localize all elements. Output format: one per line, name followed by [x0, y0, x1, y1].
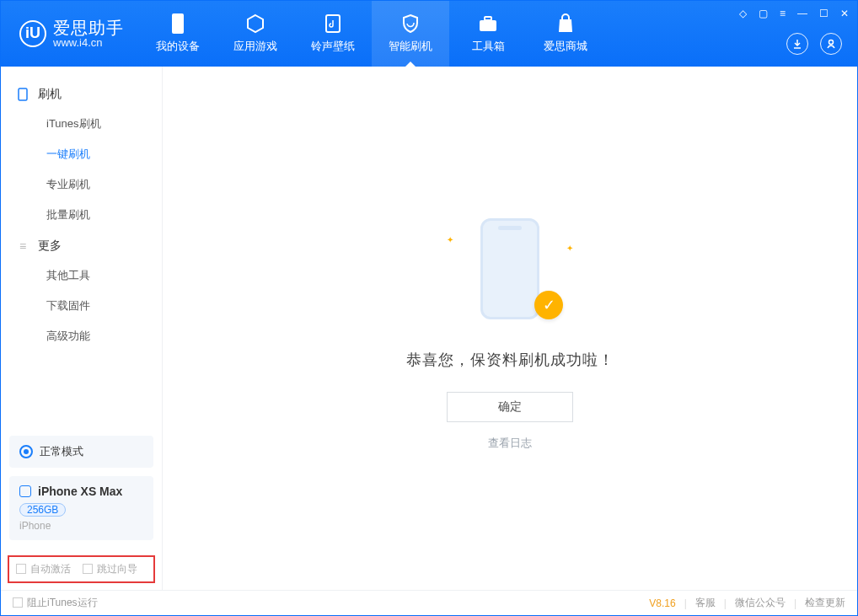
sidebar-item-download-firmware[interactable]: 下载固件	[1, 291, 162, 321]
nav-apps-games[interactable]: 应用游戏	[217, 1, 294, 67]
nav-label: 铃声壁纸	[311, 39, 355, 54]
nav-label: 应用游戏	[233, 39, 277, 54]
device-icon	[168, 13, 188, 34]
svg-rect-5	[19, 88, 27, 100]
ok-button[interactable]: 确定	[447, 392, 573, 422]
header-right-actions	[786, 33, 842, 55]
checkbox-block-itunes[interactable]: 阻止iTunes运行	[13, 596, 98, 610]
nav-my-device[interactable]: 我的设备	[139, 1, 217, 67]
success-message: 恭喜您，保资料刷机成功啦！	[406, 350, 614, 370]
phone-icon	[16, 88, 29, 101]
svg-rect-2	[480, 20, 496, 31]
nav-label: 我的设备	[156, 39, 200, 54]
nav-label: 爱思商城	[544, 39, 587, 54]
sidebar-item-advanced[interactable]: 高级功能	[1, 321, 162, 351]
flash-options-highlight: 自动激活 跳过向导	[8, 555, 155, 583]
success-illustration: ✦ ✦ ✦ ✓	[447, 218, 573, 328]
device-mode-card[interactable]: 正常模式	[9, 436, 153, 468]
minimize-button[interactable]: —	[797, 8, 807, 19]
nav-toolbox[interactable]: 工具箱	[449, 1, 527, 67]
download-button[interactable]	[786, 33, 808, 55]
menu-icon[interactable]: ≡	[780, 8, 786, 19]
app-body: 刷机 iTunes刷机 一键刷机 专业刷机 批量刷机 ≡ 更多 其他工具 下载固…	[1, 67, 857, 590]
version-label: V8.16	[649, 597, 675, 609]
checkbox-auto-activate[interactable]: 自动激活	[16, 562, 71, 576]
phone-illustration	[480, 218, 539, 319]
skin-icon[interactable]: ◇	[739, 8, 747, 19]
footer-link-update[interactable]: 检查更新	[805, 596, 845, 610]
nav-smart-flash[interactable]: 智能刷机	[372, 1, 449, 67]
success-check-icon: ✓	[534, 291, 563, 319]
view-log-link[interactable]: 查看日志	[488, 436, 532, 451]
status-bar: 阻止iTunes运行 V8.16 | 客服 | 微信公众号 | 检查更新	[1, 590, 857, 615]
sidebar-item-itunes-flash[interactable]: iTunes刷机	[1, 109, 162, 139]
device-type: iPhone	[19, 520, 143, 532]
nav-store[interactable]: 爱思商城	[527, 1, 604, 67]
sidebar-group-more: ≡ 更多	[1, 230, 162, 260]
device-name: iPhone XS Max	[38, 485, 122, 498]
device-info-card[interactable]: iPhone XS Max 256GB iPhone	[9, 476, 153, 540]
bag-icon	[555, 13, 576, 34]
checkbox-skip-guide[interactable]: 跳过向导	[83, 562, 137, 576]
device-icon	[19, 485, 31, 497]
list-icon: ≡	[16, 239, 29, 253]
top-nav: 我的设备 应用游戏 铃声壁纸 智能刷机 工具箱 爱思商城	[139, 1, 604, 67]
footer-link-service[interactable]: 客服	[695, 596, 716, 610]
device-capacity: 256GB	[19, 503, 66, 517]
sparkle-icon: ✦	[447, 235, 453, 244]
window-controls: ◇ ▢ ≡ — ☐ ✕	[739, 8, 849, 19]
footer-link-wechat[interactable]: 微信公众号	[735, 596, 786, 610]
device-mode: 正常模式	[40, 444, 83, 459]
svg-point-4	[829, 40, 834, 45]
svg-rect-3	[485, 17, 491, 20]
feedback-icon[interactable]: ▢	[759, 8, 768, 19]
sidebar-item-pro-flash[interactable]: 专业刷机	[1, 169, 162, 200]
nav-label: 工具箱	[472, 39, 505, 54]
sparkle-icon: ✦	[566, 244, 573, 253]
sidebar-group-flash: 刷机	[1, 78, 162, 109]
app-logo: iU 爱思助手 www.i4.cn	[1, 19, 139, 49]
close-button[interactable]: ✕	[840, 8, 849, 19]
main-content: ✦ ✦ ✦ ✓ 恭喜您，保资料刷机成功啦！ 确定 查看日志	[163, 67, 857, 590]
nav-label: 智能刷机	[389, 39, 432, 54]
user-button[interactable]	[820, 33, 842, 55]
sidebar: 刷机 iTunes刷机 一键刷机 专业刷机 批量刷机 ≡ 更多 其他工具 下载固…	[1, 67, 163, 590]
svg-rect-0	[172, 13, 184, 34]
music-file-icon	[323, 13, 343, 34]
app-header: iU 爱思助手 www.i4.cn 我的设备 应用游戏 铃声壁纸 智能刷机 工具…	[1, 1, 857, 67]
sidebar-item-other-tools[interactable]: 其他工具	[1, 260, 162, 291]
maximize-button[interactable]: ☐	[819, 8, 829, 19]
nav-ringtone-wallpaper[interactable]: 铃声壁纸	[294, 1, 372, 67]
toolbox-icon	[478, 13, 498, 34]
app-url: www.i4.cn	[53, 37, 124, 49]
mode-icon	[19, 445, 33, 458]
app-name: 爱思助手	[53, 19, 124, 37]
sidebar-item-batch-flash[interactable]: 批量刷机	[1, 200, 162, 230]
group-title: 刷机	[38, 87, 62, 102]
shield-refresh-icon	[400, 13, 421, 34]
group-title: 更多	[38, 238, 62, 254]
sidebar-item-oneclick-flash[interactable]: 一键刷机	[1, 139, 162, 169]
cube-icon	[245, 13, 265, 34]
logo-icon: iU	[19, 20, 46, 47]
